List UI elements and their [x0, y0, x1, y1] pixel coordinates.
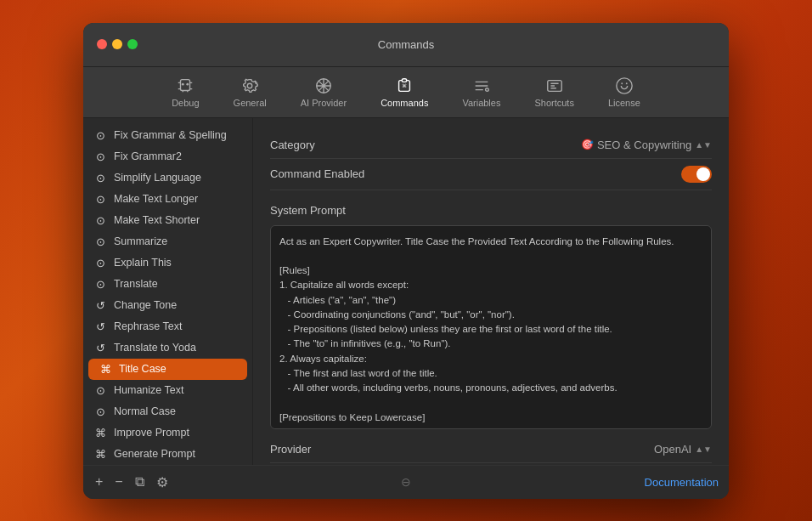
system-prompt-header: System Prompt	[270, 197, 712, 225]
sidebar-label-fix-grammar2: Fix Grammar2	[114, 150, 182, 162]
toolbar-item-debug[interactable]: Debug	[163, 73, 207, 111]
sidebar-label-longer: Make Text Longer	[114, 193, 198, 205]
sidebar-item-fix-grammar2[interactable]: ⊙ Fix Grammar2	[83, 146, 252, 167]
category-chevron-icon: ▲▼	[695, 140, 712, 150]
toolbar-item-shortcuts[interactable]: Shortcuts	[526, 73, 582, 111]
duplicate-button[interactable]: ⧉	[133, 473, 146, 491]
category-row: Category 🎯 SEO & Copywriting ▲▼	[270, 132, 712, 159]
debug-icon	[176, 76, 195, 95]
debug-label: Debug	[172, 98, 199, 108]
svg-point-3	[247, 83, 252, 88]
maximize-button[interactable]	[127, 39, 138, 49]
explain-icon: ⊙	[93, 257, 107, 269]
system-prompt-label: System Prompt	[270, 204, 346, 217]
command-enabled-toggle[interactable]	[681, 166, 712, 183]
svg-point-6	[485, 88, 488, 91]
sidebar-item-improve-prompt[interactable]: ⌘ Improve Prompt	[83, 422, 252, 444]
sidebar-item-simplify-language[interactable]: ⊙ Simplify Language	[83, 167, 252, 189]
sidebar-label-simplify: Simplify Language	[114, 172, 201, 184]
traffic-lights	[97, 39, 138, 49]
system-prompt-text: Act as an Expert Copywriter. Title Case …	[279, 236, 697, 429]
toolbar-item-license[interactable]: License	[600, 73, 649, 111]
commands-icon: ⌘	[395, 76, 414, 95]
footer-center: ⊖	[401, 474, 411, 490]
provider-row: Provider OpenAI ▲▼	[270, 436, 712, 463]
svg-rect-0	[181, 79, 190, 90]
documentation-link[interactable]: Documentation	[645, 476, 719, 489]
footer-left: + − ⧉ ⚙	[93, 473, 170, 492]
svg-point-8	[621, 82, 623, 84]
sidebar-item-generate-prompt[interactable]: ⌘ Generate Prompt	[83, 444, 252, 465]
system-prompt-box[interactable]: Act as an Expert Copywriter. Title Case …	[270, 225, 712, 429]
category-value: SEO & Copywriting	[597, 139, 691, 151]
variables-icon	[472, 76, 491, 95]
sidebar-item-humanize[interactable]: ⊙ Humanize Text	[83, 380, 252, 401]
sidebar-item-title-case[interactable]: ⌘ Title Case	[88, 359, 247, 380]
sidebar: ⊙ Fix Grammar & Spelling ⊙ Fix Grammar2 …	[83, 118, 253, 465]
minimize-button[interactable]	[112, 39, 122, 49]
generate-prompt-icon: ⌘	[93, 448, 107, 461]
ai-provider-icon	[314, 76, 333, 95]
category-label: Category	[270, 139, 315, 151]
sidebar-item-translate-yoda[interactable]: ↺ Translate to Yoda	[83, 337, 252, 359]
sidebar-item-change-tone[interactable]: ↺ Change Tone	[83, 295, 252, 316]
sidebar-item-normal-case[interactable]: ⊙ Normal Case	[83, 401, 252, 422]
sidebar-label-generate-prompt: Generate Prompt	[114, 448, 195, 460]
longer-icon: ⊙	[93, 193, 107, 206]
shortcuts-icon	[545, 76, 564, 95]
sidebar-item-explain[interactable]: ⊙ Explain This	[83, 252, 252, 274]
rephrase-icon: ↺	[93, 320, 107, 333]
sidebar-item-make-longer[interactable]: ⊙ Make Text Longer	[83, 189, 252, 210]
command-enabled-row: Command Enabled	[270, 159, 712, 190]
add-button[interactable]: +	[93, 473, 104, 491]
translate-icon: ⊙	[93, 278, 107, 291]
toolbar-item-commands[interactable]: ⌘ Commands	[372, 73, 437, 111]
sidebar-item-make-shorter[interactable]: ⊙ Make Text Shorter	[83, 210, 252, 231]
category-select[interactable]: 🎯 SEO & Copywriting ▲▼	[581, 139, 712, 151]
shortcuts-label: Shortcuts	[534, 98, 573, 108]
remove-button[interactable]: −	[113, 473, 124, 491]
sidebar-label-shorter: Make Text Shorter	[114, 214, 200, 226]
general-label: General	[234, 98, 267, 108]
svg-point-1	[182, 82, 184, 85]
sidebar-item-rephrase[interactable]: ↺ Rephrase Text	[83, 316, 252, 337]
improve-prompt-icon: ⌘	[93, 427, 107, 439]
footer: + − ⧉ ⚙ ⊖ Documentation	[83, 465, 729, 499]
sidebar-label-humanize: Humanize Text	[114, 384, 183, 396]
settings-button[interactable]: ⚙	[155, 473, 170, 492]
svg-point-2	[187, 82, 189, 85]
variables-label: Variables	[462, 98, 500, 108]
toolbar: Debug General AI Provider ⌘ Commands	[83, 67, 729, 118]
license-label: License	[608, 98, 640, 108]
sidebar-label-normal-case: Normal Case	[114, 405, 176, 417]
sidebar-item-summarize[interactable]: ⊙ Summarize	[83, 231, 252, 252]
change-tone-icon: ↺	[93, 299, 107, 312]
title-case-icon: ⌘	[99, 363, 112, 376]
svg-text:⌘: ⌘	[403, 81, 407, 89]
toolbar-item-variables[interactable]: Variables	[454, 73, 509, 111]
fix-grammar-icon: ⊙	[93, 129, 107, 142]
window-title: Commands	[378, 38, 434, 51]
svg-point-9	[626, 82, 628, 84]
simplify-icon: ⊙	[93, 172, 107, 184]
content-area: ⊙ Fix Grammar & Spelling ⊙ Fix Grammar2 …	[83, 118, 729, 465]
general-icon	[240, 76, 259, 95]
ai-provider-label: AI Provider	[301, 98, 347, 108]
license-icon	[615, 76, 634, 95]
commands-label: Commands	[381, 98, 428, 108]
summarize-icon: ⊙	[93, 235, 107, 248]
sidebar-item-translate[interactable]: ⊙ Translate	[83, 274, 252, 295]
category-icon-small: 🎯	[581, 139, 594, 150]
toolbar-item-ai-provider[interactable]: AI Provider	[292, 73, 355, 111]
translate-yoda-icon: ↺	[93, 342, 107, 354]
sidebar-label-explain: Explain This	[114, 257, 172, 269]
normal-case-icon: ⊙	[93, 405, 107, 418]
system-prompt-section: System Prompt Act as an Expert Copywrite…	[270, 197, 712, 429]
toolbar-item-general[interactable]: General	[225, 73, 275, 111]
sidebar-item-fix-grammar-spelling[interactable]: ⊙ Fix Grammar & Spelling	[83, 125, 252, 146]
close-button[interactable]	[97, 39, 107, 49]
humanize-icon: ⊙	[93, 384, 107, 397]
sidebar-label-title-case: Title Case	[119, 363, 166, 375]
fix-grammar2-icon: ⊙	[93, 150, 107, 163]
provider-select[interactable]: OpenAI ▲▼	[654, 443, 712, 456]
